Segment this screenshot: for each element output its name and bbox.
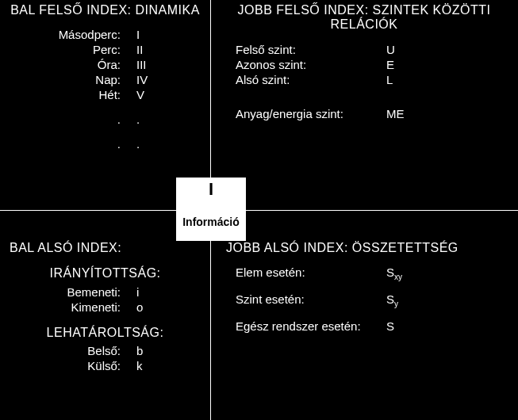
table-row: Belső:b <box>30 343 146 358</box>
table-row: Elem esetén:Sxy <box>232 265 405 282</box>
center-symbol: I <box>176 181 246 198</box>
table-row: Egész rendszer esetén:S <box>232 319 405 336</box>
table-row: Óra:III <box>30 57 151 72</box>
title-tr: JOBB FELSŐ INDEX: SZINTEK KÖZÖTTI RELÁCI… <box>217 3 512 32</box>
title-bl: BAL ALSÓ INDEX: <box>10 241 204 255</box>
table-row: Felső szint:U <box>232 42 408 57</box>
table-row: Bemeneti:i <box>30 284 146 300</box>
heading-iranyitottsag: IRÁNYÍTOTTSÁG: <box>6 266 204 281</box>
center-box: I Információ <box>176 178 246 241</box>
table-row: .. <box>30 112 151 127</box>
table-row: Perc:II <box>30 42 151 57</box>
table-row: Alsó szint:L <box>232 72 408 87</box>
quad-bal-also: BAL ALSÓ INDEX: IRÁNYÍTOTTSÁG: Bemeneti:… <box>0 238 210 420</box>
title-br: JOBB ALSÓ INDEX: ÖSSZETETTSÉG <box>226 241 512 255</box>
center-label: Információ <box>176 216 246 228</box>
table-row: .. <box>30 136 151 151</box>
table-row: Hét:V <box>30 87 151 102</box>
title-tl: BAL FELSŐ INDEX: DINAMIKA <box>6 3 204 17</box>
table-row: Külső:k <box>30 358 146 373</box>
table-tr: Felső szint:U Azonos szint:E Alsó szint:… <box>232 42 408 121</box>
table-bl1: Bemeneti:i Kimeneti:o <box>30 284 146 315</box>
heading-lehataroltsag: LEHATÁROLTSÁG: <box>6 326 204 340</box>
quad-osszetettseg: JOBB ALSÓ INDEX: ÖSSZETETTSÉG Elem eseté… <box>210 238 518 420</box>
table-row: Nap:IV <box>30 72 151 87</box>
table-bl2: Belső:b Külső:k <box>30 343 146 373</box>
table-row: Szint esetén:Sy <box>232 292 405 309</box>
table-row: Azonos szint:E <box>232 57 408 72</box>
table-row: Anyag/energia szint:ME <box>232 106 408 121</box>
table-row: Másodperc:I <box>30 27 151 42</box>
table-tl: Másodperc:I Perc:II Óra:III Nap:IV Hét:V… <box>30 27 151 151</box>
table-row: Kimeneti:o <box>30 300 146 315</box>
table-br: Elem esetén:Sxy Szint esetén:Sy Egész re… <box>232 265 405 336</box>
quad-relaciok: JOBB FELSŐ INDEX: SZINTEK KÖZÖTTI RELÁCI… <box>210 0 518 210</box>
